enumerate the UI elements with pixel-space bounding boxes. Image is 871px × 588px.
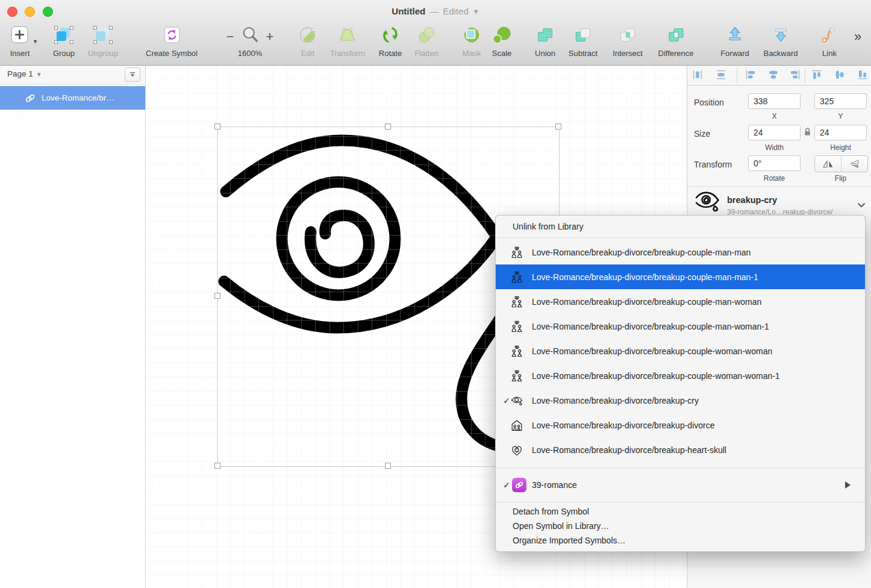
page-chevron-icon: ▼ [36,71,42,78]
toolbar-button-difference[interactable]: Difference [658,24,693,58]
align-right-icon[interactable] [789,69,801,83]
toolbar-overflow-icon[interactable]: » [854,29,860,45]
selection-handle-bottom-mid[interactable] [385,463,391,469]
zoom-out-button[interactable]: − [226,29,234,45]
intersect-icon [617,24,638,46]
menu-item-label: Love-Romance/breakup-divorce/breakup-hea… [532,445,726,455]
selection-handle-top-left[interactable] [214,124,220,130]
edit-icon [298,24,318,46]
position-x-input[interactable] [748,93,801,109]
difference-icon [666,24,686,46]
couple-man-man-icon [510,271,523,284]
width-input[interactable] [748,125,801,140]
menu-item-symbol-8[interactable]: Love-Romance/breakup-divorce/breakup-hea… [496,437,865,462]
layer-list-sidebar: Page 1▼ Love-Romance/br… [0,65,146,588]
menu-item-symbol-0[interactable]: Love-Romance/breakup-divorce/breakup-cou… [496,240,865,264]
position-y-input[interactable] [814,93,867,109]
toolbar-label-intersect: Intersect [613,49,643,58]
align-center-horizontally-icon[interactable] [767,69,779,83]
menu-item-symbol-3[interactable]: Love-Romance/breakup-divorce/breakup-cou… [496,314,865,339]
layer-item-love-romance[interactable]: Love-Romance/br… [0,86,145,110]
menu-item-symbol-1[interactable]: Love-Romance/breakup-divorce/breakup-cou… [496,264,865,289]
align-top-icon[interactable] [811,69,823,83]
distribute-vertically-icon[interactable] [715,69,727,83]
menu-item-symbol-5[interactable]: Love-Romance/breakup-divorce/breakup-cou… [496,363,865,388]
toolbar-button-intersect[interactable]: Intersect [613,24,643,58]
subtract-icon [573,24,593,46]
menu-item-open-symbol-in-library[interactable]: Open Symbol in Library… [496,519,865,533]
selection-handle-bottom-left[interactable] [214,463,220,469]
library-name: 39-romance [532,480,577,490]
menu-separator [496,502,865,502]
menu-item-label: Love-Romance/breakup-divorce/breakup-cou… [532,322,769,331]
menu-item-library-39-romance[interactable]: ✓ 39-romance [496,470,865,500]
house-couple-icon [510,419,523,432]
toolbar-button-union[interactable]: Union [535,24,555,58]
flip-horizontal-button[interactable] [815,156,841,172]
toolbar-button-createSymbol[interactable]: Create Symbol [146,24,198,58]
menu-item-symbol-2[interactable]: Love-Romance/breakup-divorce/breakup-cou… [496,289,865,314]
library-badge-icon [512,478,526,492]
toolbar-label-flatten: Flatten [414,49,439,58]
menu-item-symbol-7[interactable]: Love-Romance/breakup-divorce/breakup-div… [496,413,865,437]
toolbar-label-union: Union [535,49,555,58]
flip-control [814,155,868,172]
toolbar-label-subtract: Subtract [569,49,598,58]
selection-handle-top-right[interactable] [555,124,561,130]
align-middle-vertically-icon[interactable] [834,69,846,83]
lock-ratio-icon[interactable] [804,127,811,138]
toolbar-button-insert[interactable]: Insert▼ [9,24,31,58]
toolbar-button-forward[interactable]: Forward [720,24,749,58]
menu-item-label: Love-Romance/breakup-divorce/breakup-div… [532,421,715,430]
layer-name: Love-Romance/br… [42,93,114,102]
couple-woman-woman-icon [510,369,523,383]
couple-man-woman-icon [510,320,523,333]
toolbar-label-difference: Difference [658,49,693,58]
toolbar-button-ungroup: Ungroup [88,24,118,58]
rotate-icon [380,24,401,46]
zoom-in-button[interactable]: + [266,29,274,45]
toolbar-button-backward[interactable]: Backward [763,24,798,58]
align-bottom-icon[interactable] [857,69,869,83]
toolbar-button-link[interactable]: Link [819,24,840,58]
y-caption: Y [814,112,867,120]
title-chevron-icon[interactable]: ▼ [473,8,479,15]
toolbar-button-edit: Edit [298,24,318,58]
align-left-icon[interactable] [745,69,757,83]
rotate-input[interactable] [748,155,801,171]
menu-item-symbol-4[interactable]: Love-Romance/breakup-divorce/breakup-cou… [496,339,865,363]
couple-woman-woman-icon [510,345,523,358]
height-input[interactable] [814,125,867,140]
toolbar-button-rotate[interactable]: Rotate [379,24,402,58]
toolbar-button-subtract[interactable]: Subtract [569,24,598,58]
toolbar-label-insert: Insert [10,49,30,58]
menu-item-label: Love-Romance/breakup-divorce/breakup-cou… [532,272,758,282]
transform-icon [337,24,358,46]
toolbar-label-backward: Backward [763,49,798,58]
symbol-name[interactable]: breakup-cry [727,195,777,205]
selection-handle-top-mid[interactable] [385,124,391,130]
toolbar-button-flatten: Flatten [414,24,439,58]
page-selector[interactable]: Page 1▼ [7,69,42,78]
toolbar-button-transform: Transform [330,24,366,58]
title-bar[interactable]: Untitled — Edited ▼ [0,0,871,22]
forward-icon [725,24,745,46]
backward-icon [770,24,791,46]
selection-handle-mid-left[interactable] [214,293,220,299]
toolbar-button-scale[interactable]: Scale [492,24,512,58]
distribute-horizontally-icon[interactable] [691,69,704,83]
flip-vertical-icon [848,159,861,169]
symbol-dropdown-chevron-icon[interactable] [857,200,866,210]
menu-item-symbol-6[interactable]: ✓Love-Romance/breakup-divorce/breakup-cr… [496,388,865,413]
flip-vertical-button[interactable] [841,156,867,172]
submenu-arrow-icon [845,481,851,489]
menu-item-organize-imported-symbols[interactable]: Organize Imported Symbols… [496,533,865,548]
menu-item-label: Love-Romance/breakup-divorce/breakup-cou… [532,297,761,307]
menu-item-detach-from-symbol[interactable]: Detach from Symbol [496,504,865,519]
toolbar-button-zoom[interactable]: 1600% [238,24,262,58]
union-icon [535,24,555,46]
toolbar-button-group[interactable]: Group [53,24,75,58]
page-list-button[interactable] [125,67,140,82]
window-title: Untitled — Edited ▼ [0,0,871,22]
menu-item-unlink[interactable]: Unlink from Library [496,217,865,236]
